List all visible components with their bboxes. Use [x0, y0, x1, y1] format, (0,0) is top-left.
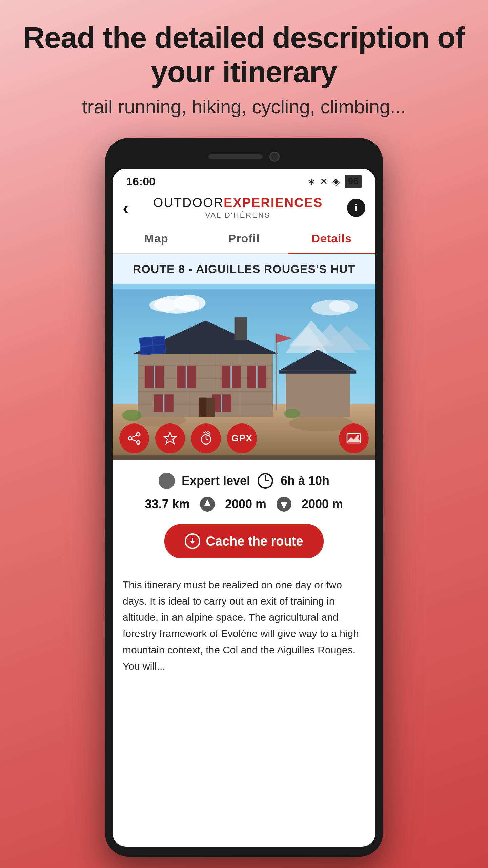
svg-rect-39: [152, 337, 165, 345]
route-description: This itinerary must be realized on one d…: [113, 577, 375, 688]
status-time: 16:00: [126, 175, 156, 188]
duration-text: 6h à 10h: [281, 474, 329, 488]
level-circle: [159, 473, 175, 489]
svg-rect-21: [155, 366, 164, 388]
svg-rect-18: [235, 317, 247, 340]
page-heading: Read the detailed description of your it…: [10, 20, 478, 89]
elevation-up-icon: [199, 496, 216, 512]
gallery-button[interactable]: [339, 423, 369, 453]
level-text: Expert level: [182, 474, 250, 488]
page-header: Read the detailed description of your it…: [10, 20, 478, 118]
tab-details[interactable]: Details: [288, 224, 375, 254]
svg-point-49: [122, 410, 141, 421]
svg-point-53: [149, 299, 178, 312]
svg-rect-23: [177, 366, 185, 388]
tabs-bar: Map Profil Details: [113, 224, 375, 254]
action-buttons-left: GPX: [119, 423, 257, 453]
elevation-down-icon: [276, 496, 292, 512]
logo-experiences: EXPERIENCES: [224, 196, 323, 210]
clock-icon: [257, 472, 274, 489]
phone-frame: 16:00 ∗ ✕ ◈ 96 ‹ OUTDOOREXPERIENCES VAL …: [105, 138, 383, 857]
tab-map[interactable]: Map: [113, 224, 200, 253]
wifi-icon: ◈: [332, 176, 340, 187]
svg-rect-20: [145, 366, 154, 388]
svg-rect-26: [222, 366, 230, 388]
svg-rect-33: [164, 395, 173, 412]
action-buttons: GPX: [119, 423, 369, 453]
status-bar: 16:00 ∗ ✕ ◈ 96: [113, 169, 375, 191]
elevation-down-text: 2000 m: [302, 497, 343, 511]
battery-indicator: 96: [345, 175, 362, 188]
phone-speaker: [208, 154, 263, 159]
svg-marker-80: [190, 541, 195, 544]
route-stats: Expert level 6h à 10h 33.7 km 2000 m: [113, 460, 375, 577]
gpx-label: GPX: [231, 433, 252, 444]
bluetooth-icon: ∗: [307, 176, 315, 187]
tab-profil[interactable]: Profil: [200, 224, 288, 253]
cache-route-button[interactable]: Cache the route: [164, 524, 323, 558]
cache-route-label: Cache the route: [206, 534, 303, 549]
logo-subtitle: VAL D'HÉRENS: [205, 211, 270, 220]
svg-point-55: [329, 300, 358, 313]
svg-point-58: [128, 437, 132, 440]
svg-rect-27: [232, 366, 241, 388]
svg-rect-48: [199, 398, 206, 417]
favorite-button[interactable]: [155, 423, 185, 453]
phone-screen: 16:00 ∗ ✕ ◈ 96 ‹ OUTDOOREXPERIENCES VAL …: [113, 169, 375, 847]
info-button[interactable]: i: [347, 199, 365, 217]
back-button[interactable]: ‹: [123, 199, 129, 217]
svg-line-59: [131, 435, 137, 437]
phone-notch: [113, 148, 375, 165]
logo-outdoor: OUTDOOR: [153, 196, 224, 210]
route-header: Route 8 - Aiguilles Rouges's hut: [113, 254, 375, 284]
svg-rect-38: [140, 338, 152, 346]
description-text: This itinerary must be realized on one d…: [123, 577, 365, 674]
svg-point-56: [137, 433, 140, 436]
stats-row-1: Expert level 6h à 10h: [123, 472, 365, 489]
svg-line-65: [203, 432, 206, 433]
route-title: Route 8 - Aiguilles Rouges's hut: [123, 262, 365, 276]
svg-rect-24: [187, 366, 196, 388]
svg-rect-30: [258, 366, 266, 388]
app-header: ‹ OUTDOOREXPERIENCES VAL D'HÉRENS i: [113, 191, 375, 224]
svg-rect-32: [154, 395, 163, 412]
cache-button-container: Cache the route: [123, 524, 365, 558]
download-icon: [185, 533, 200, 549]
distance-text: 33.7 km: [145, 497, 190, 511]
route-image-container: GPX: [113, 284, 375, 460]
svg-point-50: [284, 409, 300, 418]
x-signal-icon: ✕: [320, 176, 328, 187]
logo-text: OUTDOOREXPERIENCES: [153, 196, 323, 210]
add-timer-button[interactable]: [191, 423, 221, 453]
stats-row-2: 33.7 km 2000 m 2000 m: [123, 496, 365, 512]
svg-marker-61: [164, 432, 176, 444]
elevation-up-text: 2000 m: [225, 497, 266, 511]
phone-camera: [269, 152, 280, 162]
svg-line-60: [131, 439, 137, 441]
page-subheading: trail running, hiking, cycling, climbing…: [10, 96, 478, 118]
svg-rect-45: [279, 371, 356, 374]
svg-rect-36: [222, 395, 231, 412]
svg-rect-40: [141, 346, 153, 355]
svg-point-57: [137, 441, 140, 444]
svg-point-71: [357, 435, 359, 438]
status-icons: ∗ ✕ ◈ 96: [307, 175, 362, 188]
share-button[interactable]: [119, 423, 149, 453]
svg-point-52: [174, 295, 206, 311]
app-logo: OUTDOOREXPERIENCES VAL D'HÉRENS: [153, 196, 323, 220]
svg-rect-41: [153, 345, 165, 354]
svg-rect-29: [247, 366, 256, 388]
gpx-button[interactable]: GPX: [227, 423, 257, 453]
